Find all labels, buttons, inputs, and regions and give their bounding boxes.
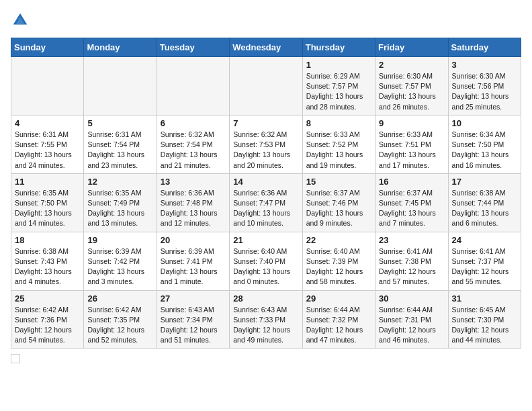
- day-number: 7: [233, 118, 298, 128]
- header-day: Thursday: [302, 38, 375, 57]
- day-number: 14: [233, 177, 298, 187]
- calendar-header: SundayMondayTuesdayWednesdayThursdayFrid…: [11, 38, 521, 57]
- header-day: Wednesday: [230, 38, 302, 57]
- table-row: 8Sunrise: 6:33 AMSunset: 7:52 PMDaylight…: [302, 115, 375, 173]
- table-row: 12Sunrise: 6:35 AMSunset: 7:49 PMDayligh…: [84, 173, 157, 232]
- day-number: 17: [452, 177, 517, 187]
- day-number: 9: [379, 118, 444, 128]
- table-row: 11Sunrise: 6:35 AMSunset: 7:50 PMDayligh…: [11, 173, 84, 232]
- table-row: 28Sunrise: 6:43 AMSunset: 7:33 PMDayligh…: [230, 290, 302, 349]
- day-number: 6: [161, 118, 226, 128]
- day-number: 16: [379, 177, 444, 187]
- table-row: 6Sunrise: 6:32 AMSunset: 7:54 PMDaylight…: [157, 115, 229, 173]
- header-day: Friday: [375, 38, 448, 57]
- table-row: 22Sunrise: 6:40 AMSunset: 7:39 PMDayligh…: [302, 232, 375, 290]
- day-info: Sunrise: 6:40 AMSunset: 7:39 PMDaylight:…: [306, 246, 371, 287]
- day-info: Sunrise: 6:40 AMSunset: 7:40 PMDaylight:…: [233, 246, 298, 287]
- day-info: Sunrise: 6:36 AMSunset: 7:48 PMDaylight:…: [161, 188, 226, 229]
- day-info: Sunrise: 6:32 AMSunset: 7:53 PMDaylight:…: [233, 130, 298, 171]
- day-number: 2: [379, 60, 444, 70]
- day-number: 21: [233, 235, 298, 245]
- table-row: 9Sunrise: 6:33 AMSunset: 7:51 PMDaylight…: [375, 115, 448, 173]
- day-number: 29: [306, 293, 371, 304]
- day-number: 13: [161, 177, 226, 187]
- day-number: 4: [15, 118, 80, 128]
- day-info: Sunrise: 6:37 AMSunset: 7:45 PMDaylight:…: [379, 188, 444, 229]
- day-info: Sunrise: 6:31 AMSunset: 7:54 PMDaylight:…: [87, 130, 152, 171]
- table-row: 17Sunrise: 6:38 AMSunset: 7:44 PMDayligh…: [448, 173, 521, 232]
- header-day: Sunday: [11, 38, 84, 57]
- day-info: Sunrise: 6:30 AMSunset: 7:56 PMDaylight:…: [452, 71, 517, 112]
- day-info: Sunrise: 6:33 AMSunset: 7:52 PMDaylight:…: [306, 130, 371, 171]
- day-info: Sunrise: 6:37 AMSunset: 7:46 PMDaylight:…: [306, 188, 371, 229]
- table-row: 15Sunrise: 6:37 AMSunset: 7:46 PMDayligh…: [302, 173, 375, 232]
- day-number: 24: [452, 235, 517, 245]
- table-row: 20Sunrise: 6:39 AMSunset: 7:41 PMDayligh…: [157, 232, 229, 290]
- table-row: [11, 57, 84, 116]
- day-info: Sunrise: 6:36 AMSunset: 7:47 PMDaylight:…: [233, 188, 298, 229]
- table-row: 18Sunrise: 6:38 AMSunset: 7:43 PMDayligh…: [11, 232, 84, 290]
- table-row: 25Sunrise: 6:42 AMSunset: 7:36 PMDayligh…: [11, 290, 84, 349]
- day-info: Sunrise: 6:42 AMSunset: 7:35 PMDaylight:…: [87, 305, 152, 346]
- day-number: 25: [15, 293, 80, 304]
- calendar-week: 1Sunrise: 6:29 AMSunset: 7:57 PMDaylight…: [11, 57, 521, 116]
- page-header: [11, 11, 521, 30]
- table-row: 24Sunrise: 6:41 AMSunset: 7:37 PMDayligh…: [448, 232, 521, 290]
- day-info: Sunrise: 6:45 AMSunset: 7:30 PMDaylight:…: [452, 305, 517, 346]
- calendar-week: 4Sunrise: 6:31 AMSunset: 7:55 PMDaylight…: [11, 115, 521, 173]
- table-row: 14Sunrise: 6:36 AMSunset: 7:47 PMDayligh…: [230, 173, 302, 232]
- day-info: Sunrise: 6:30 AMSunset: 7:57 PMDaylight:…: [379, 71, 444, 112]
- table-row: 31Sunrise: 6:45 AMSunset: 7:30 PMDayligh…: [448, 290, 521, 349]
- table-row: 16Sunrise: 6:37 AMSunset: 7:45 PMDayligh…: [375, 173, 448, 232]
- table-row: [84, 57, 157, 116]
- day-info: Sunrise: 6:32 AMSunset: 7:54 PMDaylight:…: [161, 130, 226, 171]
- daylight-box: [11, 354, 20, 363]
- table-row: 23Sunrise: 6:41 AMSunset: 7:38 PMDayligh…: [375, 232, 448, 290]
- day-info: Sunrise: 6:38 AMSunset: 7:44 PMDaylight:…: [452, 188, 517, 229]
- day-number: 8: [306, 118, 371, 128]
- day-number: 10: [452, 118, 517, 128]
- day-number: 27: [161, 293, 226, 304]
- day-info: Sunrise: 6:38 AMSunset: 7:43 PMDaylight:…: [15, 246, 80, 287]
- day-info: Sunrise: 6:42 AMSunset: 7:36 PMDaylight:…: [15, 305, 80, 346]
- table-row: 21Sunrise: 6:40 AMSunset: 7:40 PMDayligh…: [230, 232, 302, 290]
- day-number: 28: [233, 293, 298, 304]
- day-info: Sunrise: 6:41 AMSunset: 7:38 PMDaylight:…: [379, 246, 444, 287]
- table-row: 13Sunrise: 6:36 AMSunset: 7:48 PMDayligh…: [157, 173, 229, 232]
- table-row: 3Sunrise: 6:30 AMSunset: 7:56 PMDaylight…: [448, 57, 521, 116]
- table-row: [230, 57, 302, 116]
- day-info: Sunrise: 6:29 AMSunset: 7:57 PMDaylight:…: [306, 71, 371, 112]
- table-row: 10Sunrise: 6:34 AMSunset: 7:50 PMDayligh…: [448, 115, 521, 173]
- table-row: 19Sunrise: 6:39 AMSunset: 7:42 PMDayligh…: [84, 232, 157, 290]
- day-info: Sunrise: 6:39 AMSunset: 7:42 PMDaylight:…: [87, 246, 152, 287]
- header-row: SundayMondayTuesdayWednesdayThursdayFrid…: [11, 38, 521, 57]
- day-info: Sunrise: 6:35 AMSunset: 7:50 PMDaylight:…: [15, 188, 80, 229]
- day-number: 18: [15, 235, 80, 245]
- day-number: 22: [306, 235, 371, 245]
- day-info: Sunrise: 6:34 AMSunset: 7:50 PMDaylight:…: [452, 130, 517, 171]
- calendar-body: 1Sunrise: 6:29 AMSunset: 7:57 PMDaylight…: [11, 57, 521, 349]
- day-info: Sunrise: 6:35 AMSunset: 7:49 PMDaylight:…: [87, 188, 152, 229]
- day-number: 20: [161, 235, 226, 245]
- table-row: 1Sunrise: 6:29 AMSunset: 7:57 PMDaylight…: [302, 57, 375, 116]
- day-number: 1: [306, 60, 371, 70]
- day-info: Sunrise: 6:31 AMSunset: 7:55 PMDaylight:…: [15, 130, 80, 171]
- day-number: 31: [452, 293, 517, 304]
- day-info: Sunrise: 6:41 AMSunset: 7:37 PMDaylight:…: [452, 246, 517, 287]
- day-info: Sunrise: 6:43 AMSunset: 7:34 PMDaylight:…: [161, 305, 226, 346]
- day-info: Sunrise: 6:43 AMSunset: 7:33 PMDaylight:…: [233, 305, 298, 346]
- day-info: Sunrise: 6:33 AMSunset: 7:51 PMDaylight:…: [379, 130, 444, 171]
- table-row: 30Sunrise: 6:44 AMSunset: 7:31 PMDayligh…: [375, 290, 448, 349]
- table-row: 4Sunrise: 6:31 AMSunset: 7:55 PMDaylight…: [11, 115, 84, 173]
- table-row: 27Sunrise: 6:43 AMSunset: 7:34 PMDayligh…: [157, 290, 229, 349]
- footer: [11, 354, 521, 363]
- day-number: 12: [87, 177, 152, 187]
- logo: [11, 11, 32, 30]
- table-row: 7Sunrise: 6:32 AMSunset: 7:53 PMDaylight…: [230, 115, 302, 173]
- calendar-table: SundayMondayTuesdayWednesdayThursdayFrid…: [11, 38, 521, 349]
- table-row: 5Sunrise: 6:31 AMSunset: 7:54 PMDaylight…: [84, 115, 157, 173]
- day-info: Sunrise: 6:39 AMSunset: 7:41 PMDaylight:…: [161, 246, 226, 287]
- day-info: Sunrise: 6:44 AMSunset: 7:32 PMDaylight:…: [306, 305, 371, 346]
- calendar-week: 18Sunrise: 6:38 AMSunset: 7:43 PMDayligh…: [11, 232, 521, 290]
- day-number: 30: [379, 293, 444, 304]
